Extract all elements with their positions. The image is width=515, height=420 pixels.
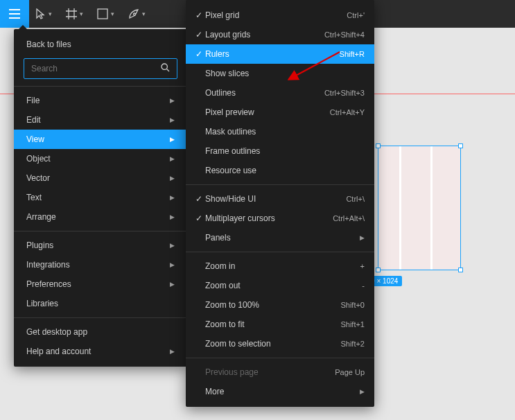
check-icon: ✓ bbox=[193, 30, 205, 40]
menu-label: Get desktop app bbox=[26, 327, 87, 337]
menu-item-integrations[interactable]: Integrations▶ bbox=[14, 255, 187, 274]
menu-item-vector[interactable]: Vector▶ bbox=[14, 168, 187, 188]
menu-label: Integrations bbox=[26, 260, 70, 270]
menu-label: Libraries bbox=[26, 299, 58, 308]
submenu-label: Zoom to 100% bbox=[205, 300, 340, 310]
back-to-files[interactable]: Back to files bbox=[14, 35, 187, 54]
menu-label: Help and account bbox=[26, 347, 91, 356]
submenu-label: Outlines bbox=[205, 88, 324, 98]
menu-label: Arrange bbox=[26, 212, 56, 222]
submenu-shortcut: Ctrl+Shift+4 bbox=[324, 30, 365, 39]
menu-search[interactable] bbox=[24, 58, 177, 79]
menu-item-help-and-account[interactable]: Help and account▶ bbox=[14, 342, 187, 361]
submenu-label: Rulers bbox=[205, 49, 340, 59]
submenu-item-zoom-to-selection[interactable]: Zoom to selectionShift+2 bbox=[186, 334, 374, 353]
selected-frame[interactable] bbox=[378, 146, 461, 270]
submenu-label: Resource use bbox=[205, 166, 365, 175]
chevron-right-icon: ▶ bbox=[170, 194, 175, 201]
submenu-shortcut: + bbox=[360, 262, 365, 270]
shape-tool[interactable]: ▾ bbox=[90, 0, 121, 28]
submenu-item-more[interactable]: More▶ bbox=[186, 382, 374, 401]
submenu-item-rulers[interactable]: ✓RulersShift+R bbox=[186, 44, 374, 64]
submenu-shortcut: Shift+0 bbox=[340, 301, 365, 309]
menu-label: File bbox=[26, 96, 40, 105]
layout-column bbox=[430, 146, 433, 270]
submenu-item-show-slices[interactable]: Show slices bbox=[186, 64, 374, 83]
svg-line-2 bbox=[167, 69, 170, 72]
submenu-shortcut: Shift+R bbox=[340, 50, 365, 58]
submenu-label: Zoom in bbox=[205, 261, 360, 271]
submenu-item-zoom-to-fit[interactable]: Zoom to fitShift+1 bbox=[186, 315, 374, 334]
submenu-shortcut: Shift+1 bbox=[340, 320, 365, 329]
cursor-icon bbox=[36, 8, 46, 19]
submenu-item-panels[interactable]: Panels▶ bbox=[186, 228, 374, 247]
chevron-right-icon: ▶ bbox=[170, 175, 175, 182]
resize-handle-ne[interactable] bbox=[458, 143, 463, 148]
menu-item-arrange[interactable]: Arrange▶ bbox=[14, 207, 187, 227]
submenu-label: More bbox=[205, 387, 360, 396]
submenu-shortcut: - bbox=[362, 281, 365, 290]
submenu-label: Pixel grid bbox=[205, 10, 347, 20]
menu-label: Back to files bbox=[26, 40, 71, 49]
frame-tool[interactable]: ▾ bbox=[59, 0, 90, 28]
chevron-down-icon: ▾ bbox=[111, 10, 114, 17]
submenu-item-previous-page: Previous pagePage Up bbox=[186, 362, 374, 382]
check-icon: ✓ bbox=[193, 194, 205, 204]
check-icon: ✓ bbox=[193, 213, 205, 223]
submenu-item-resource-use[interactable]: Resource use bbox=[186, 161, 374, 180]
resize-handle-sw[interactable] bbox=[376, 268, 381, 272]
menu-item-libraries[interactable]: Libraries bbox=[14, 294, 187, 313]
submenu-item-zoom-in[interactable]: Zoom in+ bbox=[186, 256, 374, 276]
menu-label: Preferences bbox=[26, 279, 71, 289]
view-submenu: ✓Pixel gridCtrl+'✓Layout gridsCtrl+Shift… bbox=[186, 0, 374, 407]
menu-item-plugins[interactable]: Plugins▶ bbox=[14, 236, 187, 255]
resize-handle-se[interactable] bbox=[458, 268, 463, 272]
submenu-shortcut: Ctrl+Alt+Y bbox=[330, 108, 365, 116]
menu-separator bbox=[186, 252, 374, 252]
menu-item-view[interactable]: View▶ bbox=[14, 130, 187, 149]
menu-item-text[interactable]: Text▶ bbox=[14, 188, 187, 207]
submenu-item-multiplayer-cursors[interactable]: ✓Multiplayer cursorsCtrl+Alt+\ bbox=[186, 209, 374, 228]
menu-separator bbox=[14, 231, 187, 231]
menu-item-preferences[interactable]: Preferences▶ bbox=[14, 274, 187, 294]
chevron-right-icon: ▶ bbox=[360, 388, 365, 395]
chevron-right-icon: ▶ bbox=[170, 348, 175, 355]
menu-label: Text bbox=[26, 193, 42, 202]
chevron-down-icon: ▾ bbox=[49, 10, 52, 17]
menu-item-file[interactable]: File▶ bbox=[14, 91, 187, 110]
move-tool[interactable]: ▾ bbox=[29, 0, 59, 28]
submenu-item-layout-grids[interactable]: ✓Layout gridsCtrl+Shift+4 bbox=[186, 25, 374, 44]
submenu-item-mask-outlines[interactable]: Mask outlines bbox=[186, 122, 374, 141]
submenu-shortcut: Page Up bbox=[335, 368, 365, 376]
menu-label: Object bbox=[26, 154, 51, 164]
submenu-label: Panels bbox=[205, 233, 360, 243]
menu-separator bbox=[14, 86, 187, 87]
resize-handle-nw[interactable] bbox=[376, 143, 381, 148]
chevron-right-icon: ▶ bbox=[170, 261, 175, 268]
chevron-right-icon: ▶ bbox=[170, 97, 175, 104]
submenu-shortcut: Ctrl+Alt+\ bbox=[333, 214, 365, 222]
menu-item-edit[interactable]: Edit▶ bbox=[14, 110, 187, 130]
submenu-item-zoom-to-100-[interactable]: Zoom to 100%Shift+0 bbox=[186, 295, 374, 315]
submenu-item-show-hide-ui[interactable]: ✓Show/Hide UICtrl+\ bbox=[186, 189, 374, 209]
submenu-item-pixel-grid[interactable]: ✓Pixel gridCtrl+' bbox=[186, 6, 374, 25]
submenu-item-zoom-out[interactable]: Zoom out- bbox=[186, 276, 374, 295]
submenu-label: Previous page bbox=[205, 367, 335, 377]
chevron-right-icon: ▶ bbox=[170, 116, 175, 123]
submenu-label: Mask outlines bbox=[205, 127, 365, 137]
submenu-shortcut: Ctrl+' bbox=[347, 11, 365, 19]
menu-item-object[interactable]: Object▶ bbox=[14, 149, 187, 168]
menu-item-get-desktop-app[interactable]: Get desktop app bbox=[14, 322, 187, 342]
search-icon bbox=[161, 63, 170, 74]
submenu-label: Frame outlines bbox=[205, 146, 365, 156]
menu-search-input[interactable] bbox=[31, 64, 161, 73]
submenu-item-frame-outlines[interactable]: Frame outlines bbox=[186, 141, 374, 161]
submenu-label: Show slices bbox=[205, 69, 365, 78]
submenu-item-outlines[interactable]: OutlinesCtrl+Shift+3 bbox=[186, 83, 374, 103]
chevron-right-icon: ▶ bbox=[170, 136, 175, 143]
submenu-item-pixel-preview[interactable]: Pixel previewCtrl+Alt+Y bbox=[186, 103, 374, 122]
main-menu-button[interactable] bbox=[0, 0, 29, 28]
pen-tool[interactable]: ▾ bbox=[121, 0, 152, 28]
chevron-down-icon: ▾ bbox=[142, 10, 146, 17]
chevron-right-icon: ▶ bbox=[170, 242, 175, 249]
